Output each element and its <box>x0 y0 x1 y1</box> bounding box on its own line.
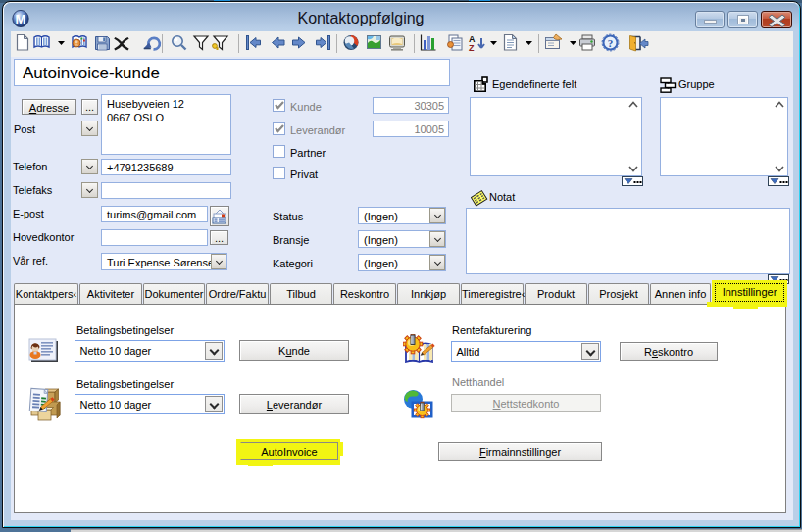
svg-text:?: ? <box>608 37 614 49</box>
svg-text:M: M <box>16 12 26 26</box>
svg-text:Z: Z <box>469 43 475 53</box>
